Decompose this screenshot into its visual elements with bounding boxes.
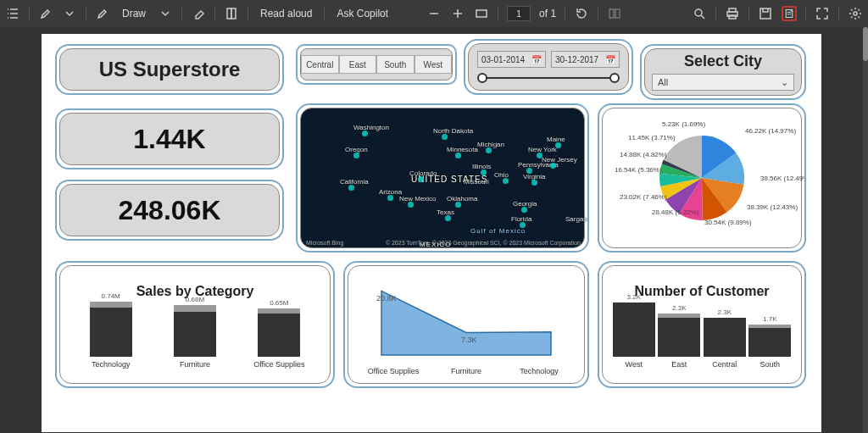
slider-end-knob[interactable] bbox=[609, 73, 620, 83]
date-end-input[interactable]: 30-12-2017📅 bbox=[551, 51, 620, 68]
dashboard-title: US Superstore bbox=[99, 58, 241, 81]
map-dot bbox=[408, 202, 414, 208]
city-title: Select City bbox=[684, 53, 762, 70]
map-dot bbox=[362, 130, 368, 136]
chevron-down-icon[interactable] bbox=[158, 6, 173, 21]
map-dot bbox=[481, 169, 487, 175]
separator bbox=[715, 6, 716, 21]
bar-segment bbox=[658, 318, 700, 357]
map-dot bbox=[521, 207, 527, 213]
map-dot bbox=[503, 178, 509, 184]
city-slicer: Select City All ⌄ bbox=[640, 44, 806, 100]
map-state-label: Colorado bbox=[409, 169, 437, 177]
svg-text:20.8K: 20.8K bbox=[376, 294, 397, 303]
date-slider[interactable] bbox=[477, 73, 620, 83]
viewport[interactable]: US Superstore Central East South West 03… bbox=[0, 27, 863, 433]
city-dropdown[interactable]: All ⌄ bbox=[652, 74, 794, 91]
map-visual[interactable]: UNITED STATES MEXICO Gulf of Mexico Wash… bbox=[296, 103, 589, 253]
customer-count-chart[interactable]: Number of Customer 3.2KWest2.3KEast2.3KC… bbox=[598, 261, 806, 388]
date-start-input[interactable]: 03-01-2014📅 bbox=[477, 51, 546, 68]
zoom-out-icon[interactable] bbox=[426, 6, 442, 21]
pie-label: 38.56K (12.49%) bbox=[760, 175, 806, 182]
pie-label: 23.02K (7.46%) bbox=[620, 193, 667, 201]
separator bbox=[598, 6, 598, 21]
draw-button[interactable]: Draw bbox=[119, 8, 149, 19]
separator bbox=[748, 6, 749, 21]
map-credit-left: Microsoft Bing bbox=[306, 240, 343, 246]
settings-icon[interactable] bbox=[848, 6, 863, 21]
ask-copilot-button[interactable]: Ask Copilot bbox=[333, 8, 392, 19]
scrollbar[interactable] bbox=[863, 27, 868, 433]
pie-label: 11.45K (3.71%) bbox=[628, 134, 676, 142]
map-dot bbox=[455, 153, 461, 158]
fullscreen-icon[interactable] bbox=[815, 6, 830, 21]
bar-category-label: Central bbox=[712, 360, 737, 369]
rotate-icon[interactable] bbox=[574, 6, 589, 21]
map-dot bbox=[387, 195, 393, 201]
pie-label: 28.48K (9.22%) bbox=[652, 208, 699, 216]
svg-rect-4 bbox=[615, 9, 620, 18]
slicer-south[interactable]: South bbox=[376, 55, 415, 74]
highlighter-icon[interactable] bbox=[38, 6, 53, 21]
map-state-label: Sargass bbox=[565, 215, 589, 223]
map-state-label: Texas bbox=[437, 208, 454, 216]
chart-title: Number of Customer bbox=[634, 284, 769, 299]
svg-point-11 bbox=[854, 12, 857, 15]
bar-value-label: 0.68M bbox=[186, 296, 204, 303]
area-chart[interactable]: 20.8K7.3K Office SuppliesFurnitureTechno… bbox=[343, 261, 589, 388]
separator bbox=[565, 6, 565, 21]
area-svg: 20.8K7.3K bbox=[356, 279, 576, 364]
metric-card-1: 1.44K bbox=[55, 108, 284, 169]
highlighter2-icon[interactable] bbox=[95, 6, 110, 21]
notes-icon[interactable] bbox=[782, 6, 797, 21]
map-dot bbox=[555, 142, 561, 148]
svg-rect-1 bbox=[231, 8, 236, 19]
metric-card-2: 248.06K bbox=[55, 180, 284, 241]
page-view-icon[interactable] bbox=[607, 6, 622, 21]
title-card: US Superstore bbox=[55, 44, 284, 95]
sales-by-category-chart[interactable]: Sales by Category 0.74MTechnology0.68MFu… bbox=[55, 261, 335, 388]
map-dot bbox=[531, 180, 537, 186]
svg-rect-2 bbox=[476, 10, 487, 17]
eraser-icon[interactable] bbox=[191, 6, 206, 21]
pdf-toolbar: Draw Read aloud Ask Copilot 1 of 1 bbox=[0, 0, 868, 27]
pie-label: 14.88K (4.82%) bbox=[620, 151, 667, 158]
slicer-central[interactable]: Central bbox=[301, 55, 339, 74]
map-dot bbox=[418, 176, 424, 182]
print-icon[interactable] bbox=[725, 6, 740, 21]
save-icon[interactable] bbox=[758, 6, 773, 21]
map-dot bbox=[455, 202, 461, 208]
slicer-cells: Central East South West bbox=[301, 55, 452, 74]
toc-icon[interactable] bbox=[5, 6, 20, 21]
page-input[interactable]: 1 bbox=[507, 6, 531, 21]
bar-value-label: 2.3K bbox=[672, 304, 686, 312]
bar-category-label: South bbox=[760, 360, 780, 369]
read-aloud-button[interactable]: Read aloud bbox=[257, 8, 315, 19]
slicer-west[interactable]: West bbox=[415, 55, 453, 74]
bar-value-label: 1.7K bbox=[763, 315, 776, 323]
calendar-icon: 📅 bbox=[531, 55, 542, 64]
map-credit-right: © 2023 TomTom, © 2023 Geographical SCI, … bbox=[386, 240, 581, 246]
metric2-value: 248.06K bbox=[119, 195, 221, 226]
map-dot bbox=[550, 163, 556, 169]
search-icon[interactable] bbox=[692, 6, 707, 21]
slicer-east[interactable]: East bbox=[339, 55, 377, 74]
bar-segment bbox=[90, 308, 132, 357]
pie-label: 38.39K (12.43%) bbox=[747, 203, 798, 211]
separator bbox=[498, 6, 498, 21]
chevron-down-icon[interactable] bbox=[62, 6, 77, 21]
bar-segment bbox=[174, 305, 216, 312]
zoom-in-icon[interactable] bbox=[450, 6, 465, 21]
calendar-icon: 📅 bbox=[605, 55, 615, 64]
map-dot bbox=[348, 185, 354, 191]
map-dot bbox=[537, 153, 542, 158]
pie-chart[interactable]: 46.22K (14.97%)38.56K (12.49%)38.39K (12… bbox=[598, 103, 806, 253]
bar-value-label: 2.3K bbox=[718, 308, 732, 316]
map-state-label: Missouri bbox=[464, 178, 489, 186]
pie-label: 16.54K (5.36%) bbox=[615, 166, 662, 174]
fit-icon[interactable] bbox=[474, 6, 489, 21]
slider-start-knob[interactable] bbox=[477, 73, 487, 83]
book-icon[interactable] bbox=[224, 6, 239, 21]
svg-rect-9 bbox=[760, 8, 771, 19]
svg-point-5 bbox=[695, 9, 702, 16]
